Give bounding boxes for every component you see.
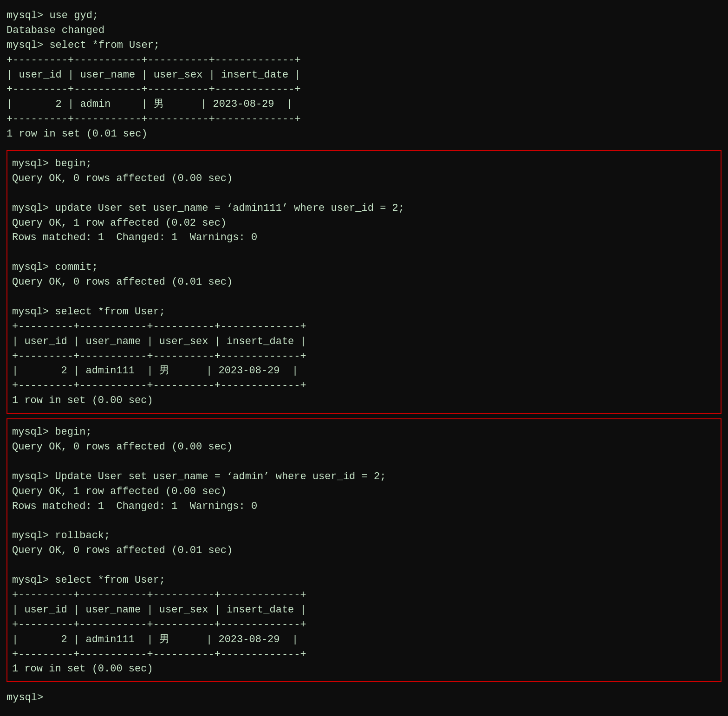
top-line-0: mysql> use gyd; [6, 8, 722, 23]
box2-line-8: Query OK, 0 rows affected (0.01 sec) [12, 543, 716, 558]
box1-line-1: Query OK, 0 rows affected (0.00 sec) [12, 171, 716, 186]
box1-line-13: +---------+-----------+----------+------… [12, 349, 716, 364]
box1: mysql> begin; Query OK, 0 rows affected … [6, 150, 722, 414]
box1-line-14: | 2 | admin111 | 男 | 2023-08-29 | [12, 364, 716, 378]
top-section: mysql> use gyd; Database changed mysql> … [6, 5, 722, 145]
box2-line-2 [12, 455, 716, 469]
top-line-6: | 2 | admin | 男 | 2023-08-29 | [6, 97, 722, 112]
box2-line-11: +---------+-----------+----------+------… [12, 588, 716, 603]
top-line-1: Database changed [6, 23, 722, 38]
box1-line-4: Query OK, 1 row affected (0.02 sec) [12, 216, 716, 231]
top-line-2: mysql> select *from User; [6, 38, 722, 53]
box1-line-16: 1 row in set (0.00 sec) [12, 393, 716, 408]
top-line-4: | user_id | user_name | user_sex | inser… [6, 68, 722, 83]
bottom-section: mysql> [6, 687, 722, 705]
box2-line-0: mysql> begin; [12, 425, 716, 440]
terminal: mysql> use gyd; Database changed mysql> … [6, 5, 722, 705]
top-line-8: 1 row in set (0.01 sec) [6, 127, 722, 142]
box2-line-7: mysql> rollback; [12, 528, 716, 543]
box1-line-10: mysql> select *from User; [12, 305, 716, 319]
box2-line-14: | 2 | admin111 | 男 | 2023-08-29 | [12, 632, 716, 647]
top-line-3: +---------+-----------+----------+------… [6, 53, 722, 68]
box2-line-4: Query OK, 1 row affected (0.00 sec) [12, 484, 716, 499]
box2: mysql> begin; Query OK, 0 rows affected … [6, 418, 722, 682]
box1-line-5: Rows matched: 1 Changed: 1 Warnings: 0 [12, 230, 716, 245]
top-line-5: +---------+-----------+----------+------… [6, 82, 722, 97]
box1-line-11: +---------+-----------+----------+------… [12, 319, 716, 334]
box1-line-9 [12, 290, 716, 305]
box2-line-3: mysql> Update User set user_name = ‘admi… [12, 469, 716, 484]
box2-line-1: Query OK, 0 rows affected (0.00 sec) [12, 440, 716, 455]
box2-line-10: mysql> select *from User; [12, 573, 716, 588]
box2-line-16: 1 row in set (0.00 sec) [12, 662, 716, 677]
box1-line-2 [12, 186, 716, 201]
box2-line-9 [12, 558, 716, 573]
bottom-line-0: mysql> [6, 690, 722, 705]
box1-line-7: mysql> commit; [12, 260, 716, 275]
box1-line-15: +---------+-----------+----------+------… [12, 378, 716, 393]
box1-line-3: mysql> update User set user_name = ‘admi… [12, 201, 716, 216]
box2-line-5: Rows matched: 1 Changed: 1 Warnings: 0 [12, 499, 716, 514]
box1-line-12: | user_id | user_name | user_sex | inser… [12, 334, 716, 349]
box1-line-0: mysql> begin; [12, 156, 716, 171]
top-line-7: +---------+-----------+----------+------… [6, 112, 722, 127]
box2-line-15: +---------+-----------+----------+------… [12, 647, 716, 662]
box1-line-6 [12, 245, 716, 260]
box1-line-8: Query OK, 0 rows affected (0.01 sec) [12, 275, 716, 290]
box2-line-13: +---------+-----------+----------+------… [12, 618, 716, 632]
box2-line-6 [12, 514, 716, 529]
box2-line-12: | user_id | user_name | user_sex | inser… [12, 603, 716, 618]
